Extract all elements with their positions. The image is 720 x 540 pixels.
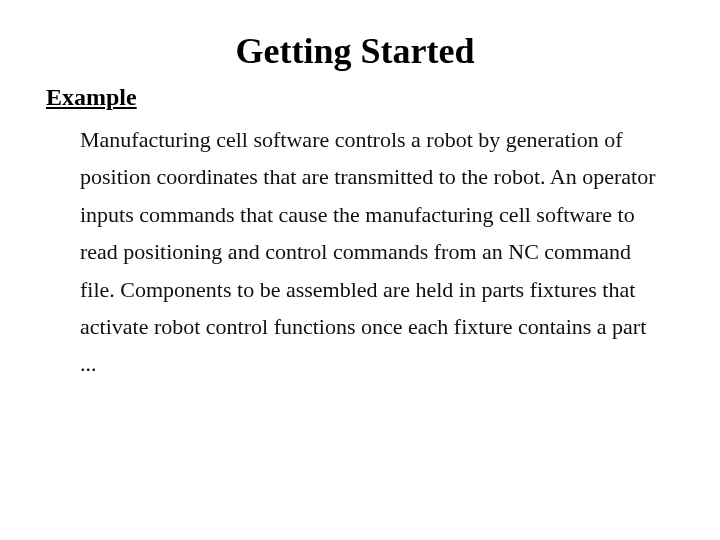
page-title: Getting Started: [40, 30, 670, 72]
section-heading: Example: [46, 84, 670, 111]
example-body-text: Manufacturing cell software controls a r…: [80, 121, 660, 383]
